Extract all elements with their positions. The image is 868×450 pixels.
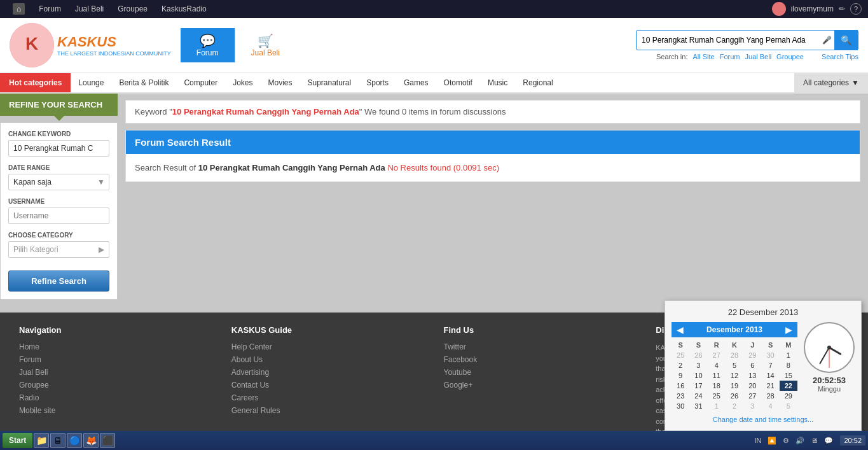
cal-day[interactable]: 19	[726, 381, 743, 391]
cal-day[interactable]: 5	[780, 401, 797, 411]
cal-day[interactable]: 24	[689, 391, 707, 401]
cal-today[interactable]: 22	[780, 381, 797, 391]
change-datetime-link[interactable]: Change date and time settings...	[713, 416, 813, 423]
cal-day[interactable]: 27	[708, 350, 726, 360]
footer-mobile-link[interactable]: Mobile site	[19, 406, 212, 415]
jualbeli-nav-btn[interactable]: Jual Beli	[69, 2, 110, 16]
daterange-select[interactable]: Kapan saja Hari ini Minggu ini Bulan ini	[8, 174, 109, 190]
cal-day[interactable]: 15	[780, 370, 797, 381]
tray-icon-4[interactable]: 🖥	[809, 437, 820, 444]
taskbar-app-2[interactable]: 🖥	[50, 433, 65, 448]
search-tips-link[interactable]: Search Tips	[822, 53, 858, 60]
cal-day[interactable]: 8	[780, 360, 797, 370]
cal-day[interactable]: 23	[672, 391, 689, 401]
home-nav-btn[interactable]: ⌂	[6, 1, 31, 17]
kaskusradio-nav-btn[interactable]: KaskusRadio	[155, 2, 213, 16]
cal-day[interactable]: 28	[761, 391, 779, 401]
keyword-input[interactable]	[8, 140, 109, 157]
refine-search-button[interactable]: Refine Search	[8, 271, 109, 292]
cal-day[interactable]: 21	[761, 381, 779, 391]
cal-day[interactable]: 26	[689, 350, 707, 360]
footer-contactus-link[interactable]: Contact Us	[231, 381, 425, 390]
footer-facebook-link[interactable]: Facebook	[444, 355, 637, 364]
cal-day[interactable]: 11	[708, 370, 726, 381]
cal-day[interactable]: 26	[726, 391, 743, 401]
cal-day[interactable]: 29	[780, 391, 797, 401]
cal-day[interactable]: 4	[761, 401, 779, 411]
cal-day[interactable]: 17	[689, 381, 707, 391]
calendar-next-btn[interactable]: ▶	[785, 325, 792, 335]
cal-day[interactable]: 10	[689, 370, 707, 381]
footer-advertising-link[interactable]: Advertising	[231, 368, 425, 377]
cat-lounge[interactable]: Lounge	[71, 73, 111, 92]
footer-googleplus-link[interactable]: Google+	[444, 381, 637, 390]
search-groupee-link[interactable]: Groupee	[776, 53, 804, 60]
cat-otomotif[interactable]: Otomotif	[436, 73, 480, 92]
cal-day[interactable]: 1	[708, 401, 726, 411]
cal-day[interactable]: 12	[726, 370, 743, 381]
cal-day[interactable]: 4	[708, 360, 726, 370]
cat-movies[interactable]: Movies	[260, 73, 300, 92]
taskbar-app-1[interactable]: 📁	[34, 433, 49, 448]
search-input[interactable]	[637, 33, 820, 47]
username-input[interactable]	[8, 207, 109, 224]
cal-day[interactable]: 18	[708, 381, 726, 391]
cal-day[interactable]: 2	[726, 401, 743, 411]
tab-forum[interactable]: 💬 Forum	[181, 28, 235, 62]
cat-computer[interactable]: Computer	[176, 73, 225, 92]
help-icon[interactable]: ?	[850, 3, 862, 15]
cat-music[interactable]: Music	[480, 73, 515, 92]
footer-jualbeli-link[interactable]: Jual Beli	[19, 368, 212, 377]
pencil-icon[interactable]: ✏	[839, 4, 845, 13]
taskbar-app-5[interactable]: ⬛	[100, 433, 115, 448]
cal-day[interactable]: 3	[743, 401, 761, 411]
footer-aboutus-link[interactable]: About Us	[231, 355, 425, 364]
footer-groupee-link[interactable]: Groupee	[19, 381, 212, 390]
cal-day[interactable]: 29	[743, 350, 761, 360]
footer-forum-link[interactable]: Forum	[19, 355, 212, 364]
footer-generalrules-link[interactable]: General Rules	[231, 406, 425, 415]
tray-language[interactable]: IN	[752, 437, 763, 444]
tray-icon-3[interactable]: 🔊	[794, 437, 806, 445]
cal-day[interactable]: 30	[672, 401, 689, 411]
footer-youtube-link[interactable]: Youtube	[444, 368, 637, 377]
cal-day[interactable]: 5	[726, 360, 743, 370]
cal-day[interactable]: 20	[743, 381, 761, 391]
calendar-prev-btn[interactable]: ◀	[677, 325, 684, 335]
hot-categories-btn[interactable]: Hot categories	[0, 73, 71, 92]
cat-games[interactable]: Games	[396, 73, 436, 92]
cal-day[interactable]: 28	[726, 350, 743, 360]
footer-radio-link[interactable]: Radio	[19, 393, 212, 402]
cal-day[interactable]: 31	[689, 401, 707, 411]
cal-day[interactable]: 14	[761, 370, 779, 381]
taskbar-app-3[interactable]: 🔵	[67, 433, 82, 448]
category-picker-btn[interactable]: Pilih Kategori ▶	[8, 241, 109, 258]
groupee-nav-btn[interactable]: Groupee	[111, 2, 154, 16]
cal-day[interactable]: 30	[761, 350, 779, 360]
cal-day[interactable]: 25	[708, 391, 726, 401]
tray-icon-5[interactable]: 💬	[822, 437, 835, 445]
cat-supranatural[interactable]: Supranatural	[300, 73, 359, 92]
cal-day[interactable]: 25	[672, 350, 689, 360]
tray-icon-1[interactable]: 🔼	[766, 437, 778, 445]
cat-regional[interactable]: Regional	[515, 73, 560, 92]
cal-day[interactable]: 1	[780, 350, 797, 360]
footer-helpcenter-link[interactable]: Help Center	[231, 342, 425, 351]
cal-day[interactable]: 7	[761, 360, 779, 370]
search-forum-link[interactable]: Forum	[720, 53, 740, 60]
cal-day[interactable]: 6	[743, 360, 761, 370]
footer-home-link[interactable]: Home	[19, 342, 212, 351]
all-categories-btn[interactable]: All categories ▼	[794, 73, 868, 92]
cal-day[interactable]: 9	[672, 370, 689, 381]
cal-day[interactable]: 2	[672, 360, 689, 370]
search-jualbeli-link[interactable]: Jual Beli	[745, 53, 772, 60]
tray-icon-2[interactable]: ⚙	[781, 437, 791, 445]
cal-day[interactable]: 13	[743, 370, 761, 381]
cat-berita[interactable]: Berita & Politik	[111, 73, 176, 92]
cal-day[interactable]: 16	[672, 381, 689, 391]
cal-day[interactable]: 3	[689, 360, 707, 370]
taskbar-app-4[interactable]: 🦊	[83, 433, 99, 448]
search-allsite-link[interactable]: All Site	[692, 53, 714, 60]
search-button[interactable]: 🔍	[834, 30, 858, 50]
mic-icon[interactable]: 🎤	[822, 36, 832, 45]
